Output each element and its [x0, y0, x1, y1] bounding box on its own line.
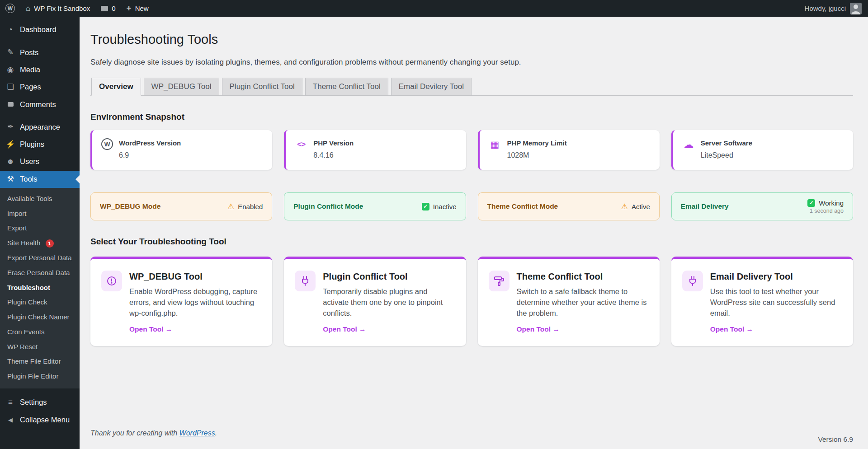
warning-icon	[227, 202, 234, 211]
sidebar-item-troubleshoot[interactable]: Troubleshoot	[0, 281, 80, 295]
status-timestamp: 1 second ago	[810, 208, 844, 214]
sidebar-item-media[interactable]: Media	[0, 61, 80, 79]
tab-wp-debug-tool[interactable]: WP_DEBUG Tool	[144, 78, 219, 96]
tool-card-description: Enable WordPress debugging, capture erro…	[129, 286, 261, 319]
admin-bar: WP Fix It Sandbox 0 New Howdy, jgucci	[0, 0, 868, 17]
paint-roller-icon	[489, 271, 509, 291]
status-value: Working	[819, 199, 844, 207]
site-name-menu[interactable]: WP Fix It Sandbox	[20, 0, 95, 17]
env-card-wordpress-version: WordPress Version 6.9	[90, 130, 272, 170]
status-card-label: Plugin Conflict Mode	[293, 202, 363, 210]
tab-email-delivery-tool[interactable]: Email Devilery Tool	[391, 78, 472, 96]
footer-thanks: Thank you for creating with WordPress.	[90, 429, 217, 437]
sidebar-item-import[interactable]: Import	[0, 206, 80, 221]
env-card-label: Server Software	[701, 137, 752, 147]
env-card-label: WordPress Version	[119, 137, 181, 147]
tool-card-plugin-conflict: Plugin Conflict Tool Temporarily disable…	[284, 257, 466, 346]
tool-card-description: Use this tool to test whether your WordP…	[710, 286, 842, 319]
select-tool-heading: Select Your Troubleshooting Tool	[90, 237, 853, 247]
sidebar-item-plugins[interactable]: Plugins	[0, 136, 80, 153]
sidebar-item-label: Site Health	[7, 239, 40, 247]
wordpress-logo-icon	[5, 4, 15, 13]
posts-icon	[5, 48, 15, 57]
plugins-icon	[5, 140, 15, 149]
sidebar-item-label: Users	[20, 157, 39, 166]
env-card-label: PHP Version	[313, 137, 354, 147]
sidebar-item-site-health[interactable]: Site Health 1	[0, 236, 80, 251]
sidebar-item-comments[interactable]: Comments	[0, 96, 80, 113]
tool-card-title: WP_DEBUG Tool	[129, 271, 261, 282]
sidebar-item-label: Dashboard	[20, 25, 57, 34]
sidebar-item-label: Comments	[20, 100, 56, 109]
wordpress-icon	[101, 138, 113, 150]
collapse-menu-label: Collapse Menu	[20, 416, 70, 425]
environment-cards: WordPress Version 6.9 PHP Version 8.4.16…	[90, 130, 853, 170]
media-icon	[5, 65, 15, 75]
sidebar-item-label: Plugins	[20, 140, 44, 149]
tool-card-theme-conflict: Theme Conflict Tool Switch to a safe fal…	[478, 257, 660, 346]
status-value: Enabled	[238, 203, 263, 210]
warning-icon	[621, 202, 628, 211]
sidebar-item-label: Pages	[20, 83, 41, 92]
collapse-menu-button[interactable]: Collapse Menu	[0, 411, 80, 428]
footer-thanks-suffix: .	[215, 429, 217, 437]
sidebar-item-posts[interactable]: Posts	[0, 44, 80, 61]
sidebar-item-wp-reset[interactable]: WP Reset	[0, 340, 80, 355]
sidebar-item-erase-personal-data[interactable]: Erase Personal Data	[0, 266, 80, 281]
tab-overview[interactable]: Overview	[91, 78, 141, 96]
chip-icon	[489, 138, 501, 151]
open-tool-link[interactable]: Open Tool →	[323, 325, 455, 333]
plug-icon	[295, 271, 316, 291]
plug-icon	[682, 271, 703, 291]
sidebar-item-plugin-file-editor[interactable]: Plugin File Editor	[0, 369, 80, 384]
sidebar-item-pages[interactable]: Pages	[0, 79, 80, 96]
comments-icon	[5, 102, 15, 107]
sidebar-item-theme-file-editor[interactable]: Theme File Editor	[0, 354, 80, 369]
new-content-menu[interactable]: New	[121, 0, 154, 17]
check-icon	[807, 199, 815, 207]
tab-plugin-conflict-tool[interactable]: Plugin Conflict Tool	[222, 78, 302, 96]
status-card-label: Theme Conflict Mode	[487, 202, 558, 210]
status-card-wp-debug-mode: WP_DEBUG Mode Enabled	[90, 192, 272, 220]
menu-separator	[0, 388, 80, 394]
status-card-email-delivery: Email Delivery Working 1 second ago	[671, 192, 853, 220]
env-card-server-software: Server Software LiteSpeed	[671, 130, 853, 170]
environment-snapshot-heading: Environment Snapshot	[90, 112, 853, 122]
account-menu[interactable]: Howdy, jgucci	[805, 3, 868, 14]
sidebar-item-plugin-check[interactable]: Plugin Check	[0, 295, 80, 310]
status-value: Inactive	[433, 203, 457, 210]
sidebar-item-export[interactable]: Export	[0, 221, 80, 236]
wordpress-link[interactable]: WordPress	[179, 429, 215, 437]
sidebar-item-settings[interactable]: Settings	[0, 394, 80, 411]
appearance-icon	[5, 122, 15, 131]
sidebar-item-cron-events[interactable]: Cron Events	[0, 325, 80, 340]
howdy-text: Howdy, jgucci	[805, 5, 846, 12]
sidebar-item-dashboard[interactable]: Dashboard	[0, 21, 80, 38]
comments-menu[interactable]: 0	[95, 0, 121, 17]
env-card-value: 1028M	[507, 151, 567, 159]
sidebar-item-tools[interactable]: Tools	[0, 171, 80, 188]
tab-theme-conflict-tool[interactable]: Theme Conflict Tool	[305, 78, 388, 96]
env-card-label: PHP Memory Limit	[507, 137, 567, 147]
page-subtitle: Safely diagnose site issues by isolating…	[90, 58, 853, 67]
new-label: New	[135, 5, 149, 12]
settings-icon	[5, 398, 15, 407]
tool-card-description: Switch to a safe fallback theme to deter…	[517, 286, 649, 319]
tool-card-email-delivery: Email Delivery Tool Use this tool to tes…	[671, 257, 853, 346]
tool-card-title: Plugin Conflict Tool	[323, 271, 455, 282]
open-tool-link[interactable]: Open Tool →	[129, 325, 261, 333]
sidebar-item-users[interactable]: Users	[0, 153, 80, 170]
sidebar-item-export-personal-data[interactable]: Export Personal Data	[0, 251, 80, 266]
tools-icon	[5, 175, 15, 184]
sidebar-item-appearance[interactable]: Appearance	[0, 118, 80, 136]
status-card-theme-conflict-mode: Theme Conflict Mode Active	[478, 192, 660, 220]
comments-bubble-icon	[101, 6, 108, 11]
open-tool-link[interactable]: Open Tool →	[517, 325, 649, 333]
cloud-icon	[682, 138, 695, 151]
sidebar-item-available-tools[interactable]: Available Tools	[0, 192, 80, 206]
status-card-plugin-conflict-mode: Plugin Conflict Mode Inactive	[284, 192, 466, 220]
open-tool-link[interactable]: Open Tool →	[710, 325, 842, 333]
status-card-label: Email Delivery	[681, 202, 729, 210]
sidebar-item-plugin-check-namer[interactable]: Plugin Check Namer	[0, 310, 80, 325]
wp-logo-menu[interactable]	[0, 0, 20, 17]
